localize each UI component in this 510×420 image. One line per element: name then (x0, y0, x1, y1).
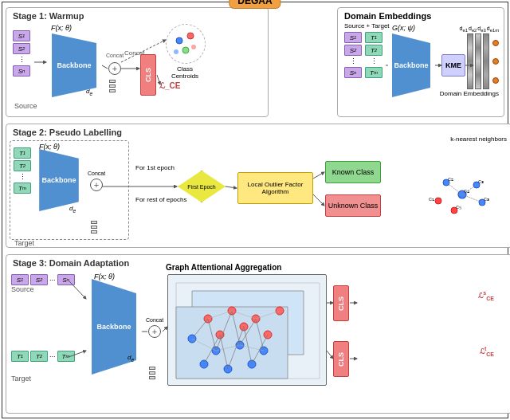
stage3-cls-t: CLS (333, 341, 349, 377)
de-s-stack: S1 S2 ⋮ Sn (344, 32, 362, 78)
stage3-cls-s-label: CLS (337, 296, 345, 311)
stage2-func-label: F(x; θ) (39, 143, 60, 151)
stage2-de: de (69, 205, 76, 214)
centroids-label: Class Centroids (164, 65, 206, 80)
sn-box: Sn (13, 65, 30, 77)
de-func-label: G(x; ψ) (392, 24, 415, 32)
for-rest-label: For rest of epochs (135, 196, 186, 203)
s2-t1: T1 (14, 147, 31, 159)
lof-box: Local Outlier Factor Algorithm (237, 172, 313, 204)
s3-s2: S2 (30, 274, 48, 285)
domain-embed-label: Domain Embeddings (344, 11, 431, 21)
svg-text:c₃: c₃ (478, 178, 484, 185)
stage2-target-dashed: T1 T2 ⋮ Tm F(x; θ) Backbone + Concat de (10, 140, 129, 240)
s2-t-dots: ⋮ (14, 173, 31, 181)
s2-t2: T2 (14, 160, 31, 171)
stage1-arrows (6, 8, 269, 118)
embed-bars (467, 33, 499, 89)
embed-visual: de1de2de3de1m Domain Embeddings (440, 26, 499, 97)
svg-text:c₅: c₅ (456, 203, 461, 210)
de-t1: T1 (365, 32, 382, 43)
stage2-t-stack: T1 T2 ⋮ Tm (14, 147, 31, 194)
domain-embed-section: Domain Embeddings Source + Target S1 S2 … (337, 7, 504, 117)
centroids-svg (168, 26, 203, 61)
stage2-section: Stage 2: Pseudo Labelling T1 T2 ⋮ Tm F(x… (6, 124, 510, 248)
de-s-dots: ⋮ (344, 57, 362, 65)
de-tm: Tm (365, 67, 382, 78)
stage1-section: Stage 1: Warmup S1 S2 ⋮ Sn Source F(x; θ… (6, 7, 269, 117)
stage3-loss-t: ℒtCE (480, 346, 494, 357)
embed-circles (492, 33, 499, 89)
svg-line-21 (446, 183, 462, 194)
stage3-target-row: T1 T2 ··· Tm (11, 351, 75, 362)
stage3-target-label: Target (11, 375, 31, 383)
stage3-func-label: F(x; θ) (94, 273, 115, 281)
svg-line-33 (313, 194, 324, 206)
knn-label: k-nearest neighbors (450, 135, 507, 143)
stage2-backbone-label: Backbone (41, 176, 76, 184)
de-sn: Sn (344, 67, 362, 78)
stage3-backbone-label: Backbone (96, 323, 131, 331)
network-box (167, 274, 327, 386)
svg-point-20 (435, 198, 441, 204)
source-stack: S1 S2 ⋮ Sn (13, 30, 30, 77)
stage2-concat: + (90, 179, 103, 191)
svg-point-1 (187, 33, 194, 39)
embed-bottom-label: Domain Embeddings (440, 90, 499, 97)
s3-sdots: ··· (49, 276, 56, 284)
de-backbone: Backbone (387, 33, 435, 97)
s3-t1: T1 (11, 351, 29, 362)
graph-label: Graph Attentional Aggregation (166, 263, 281, 272)
stage1-cls: CLS (140, 54, 156, 96)
s-dots: ⋮ (13, 56, 30, 64)
centroids-circle (166, 24, 206, 64)
stage3-source-label: Source (11, 285, 34, 293)
svg-text:c₃: c₃ (484, 195, 489, 202)
stage3-embed-dots (149, 367, 155, 379)
svg-line-31 (226, 186, 237, 188)
stage1-backbone: Backbone (46, 33, 102, 97)
stage1-concat: + (108, 62, 121, 75)
stage3-concat-label: Concat (146, 317, 163, 323)
de-s2: S2 (344, 45, 362, 56)
for-1st-label: For 1st epoch (135, 164, 175, 171)
stage1-cls-label: CLS (144, 68, 152, 82)
de-s1: S1 (344, 32, 362, 43)
svg-text:c₂: c₂ (448, 175, 453, 183)
unknown-class-box: Unknown Class (325, 194, 381, 217)
stage3-source-row: S1 S2 ··· Sn (11, 274, 75, 285)
s3-tm: Tm (57, 351, 75, 362)
stage1-label: Stage 1: Warmup (13, 11, 84, 21)
stage1-embed-dots (109, 80, 116, 92)
diamond-label: First Epoch (187, 184, 215, 190)
s3-sn: Sn (57, 274, 75, 285)
s1-box: S1 (13, 30, 30, 41)
source-target-label: Source + Target (344, 22, 390, 29)
stage2-target-label: Target (14, 239, 34, 247)
stage1-source-label: Source (14, 102, 37, 110)
s3-s1: S1 (11, 274, 29, 285)
knn-svg: c₄ c₂ c₃ c₅ c₃ c₁ (414, 147, 510, 242)
known-class-box: Known Class (325, 161, 381, 183)
de-t-dots: ⋮ (365, 57, 382, 65)
de-t2: T2 (365, 45, 382, 56)
stage2-label: Stage 2: Pseudo Labelling (13, 128, 122, 137)
s3-t2: T2 (30, 351, 48, 362)
stage2-embed-dots (91, 221, 97, 234)
stage1-de: de (86, 88, 92, 96)
svg-point-2 (182, 47, 189, 53)
svg-text:c₁: c₁ (429, 195, 434, 202)
svg-line-74 (327, 351, 333, 359)
s3-tdots: ··· (49, 352, 56, 360)
stage1-concat-label: Concat (106, 53, 124, 58)
svg-line-6 (102, 65, 108, 69)
stage1-loss: ℒ_CE (159, 81, 180, 90)
stage2-backbone: Backbone (34, 149, 84, 211)
degaa-badge: DEGAA (229, 0, 280, 9)
stage1-func-label: F(x; θ) (51, 24, 72, 32)
svg-point-3 (174, 49, 178, 54)
de-t-stack: T1 T2 ⋮ Tm (365, 32, 382, 78)
stage3-section: Stage 3: Domain Adaptation S1 S2 ··· Sn … (6, 254, 510, 414)
svg-point-4 (191, 45, 196, 49)
svg-line-23 (462, 194, 482, 202)
